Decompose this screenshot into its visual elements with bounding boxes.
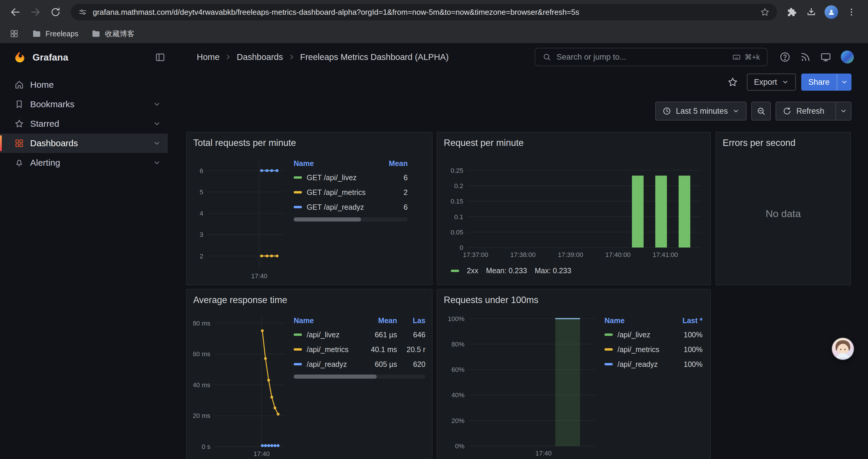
panel-title[interactable]: Requests under 100ms [444,294,704,306]
svg-text:17:40: 17:40 [253,450,270,458]
series-name: /api/_metrics [617,345,659,354]
forward-button[interactable] [26,3,45,22]
reload-button[interactable] [46,3,65,22]
series-label[interactable]: 2xx [467,266,478,275]
panel-title[interactable]: Average response time [193,294,426,306]
legend-row[interactable]: GET /api/_metrics2 [294,185,408,200]
series-color-dash [604,333,613,336]
chevron-down-icon[interactable] [153,139,161,147]
sidebar-header: Grafana [0,43,176,71]
legend-row[interactable]: /api/_metrics100% [604,342,703,357]
home-icon [14,80,24,90]
svg-text:3: 3 [200,231,203,238]
series-max: Max: 0.233 [535,266,571,275]
series-color-dash [294,191,302,193]
chevron-down-icon[interactable] [153,120,161,128]
chevron-down-icon[interactable] [153,100,161,108]
bookmark-label: 收藏博客 [105,29,134,39]
bookmark-icon [14,99,24,109]
panel-title[interactable]: Total requests per minute [193,136,426,150]
total-requests-chart: 6543217:40 [193,153,288,281]
sidebar-item-dashboards[interactable]: Dashboards [0,133,168,153]
bookmarks-bar: Freeleaps 收藏博客 [0,24,868,43]
svg-text:5: 5 [200,189,203,196]
breadcrumb-dashboards[interactable]: Dashboards [237,52,283,62]
brand-name[interactable]: Grafana [32,52,149,63]
legend-scrollbar[interactable] [294,374,426,379]
svg-text:17:40: 17:40 [251,272,267,280]
extensions-button[interactable] [782,3,801,22]
legend-row[interactable]: /api/_metrics40.1 ms20.5 r [294,342,426,357]
monitor-icon[interactable] [820,52,831,63]
sidebar-item-starred[interactable]: Starred [0,114,168,133]
dashboard-actions: Export Share [176,71,868,93]
sidebar-item-alerting[interactable]: Alerting [0,153,168,172]
sidebar: Grafana Home Bookmarks Starred [0,43,176,459]
legend-row[interactable]: /api/_readyz605 µs620 [294,357,426,371]
grafana-logo[interactable] [13,51,27,64]
legend-column-header[interactable]: Name [294,316,364,325]
main-area: Home Dashboards Freeleaps Metrics Dashbo… [176,43,868,459]
legend-row[interactable]: /api/_livez661 µs646 [294,327,426,342]
bookmark-folder-freeleaps[interactable]: Freeleaps [32,29,78,38]
time-controls: Last 5 minutes Refresh [655,102,851,121]
url-bar[interactable]: grafana.mathmast.com/d/deytv4rwavabkb/fr… [71,4,777,21]
sidebar-item-home[interactable]: Home [0,75,168,95]
panel-title[interactable]: Errors per second [723,136,844,150]
dashboard-canvas: Last 5 minutes Refresh [176,93,868,459]
sidebar-item-bookmarks[interactable]: Bookmarks [0,95,168,114]
scrollbar-thumb[interactable] [294,218,361,222]
legend-column-header[interactable]: Mean [364,316,397,325]
series-name: GET /api/_livez [307,173,356,182]
panel-request-per-minute: Request per minute 0.250.20.150.10.05017… [437,132,711,285]
zoom-out-icon [756,106,766,116]
legend-row[interactable]: /api/_readyz100% [604,357,703,371]
rss-icon[interactable] [800,52,811,62]
legend-column-header[interactable]: Name [604,316,667,325]
share-menu-button[interactable] [837,73,851,91]
svg-text:60%: 60% [452,366,464,373]
chevron-down-icon[interactable] [153,159,161,167]
legend-row[interactable]: GET /api/_readyz6 [294,200,408,215]
time-range-picker[interactable]: Last 5 minutes [655,102,747,121]
sidebar-toggle-button[interactable] [155,52,165,63]
legend-column-header[interactable]: Name [294,159,382,168]
refresh-button[interactable]: Refresh [776,102,851,121]
svg-text:0.1: 0.1 [454,213,463,221]
panel-title[interactable]: Request per minute [444,136,704,150]
breadcrumb-home[interactable]: Home [197,52,219,62]
user-avatar[interactable] [841,51,854,64]
legend-scrollbar[interactable] [294,218,408,222]
back-button[interactable] [6,3,25,22]
bookmark-star-icon[interactable] [760,7,770,17]
legend-column-header[interactable]: Las [397,316,426,325]
refresh-main[interactable]: Refresh [776,102,831,120]
apps-grid-icon[interactable] [9,29,19,38]
legend-column-header[interactable]: Last * [667,316,703,325]
export-button[interactable]: Export [747,73,796,91]
series-color-dash [294,176,302,179]
dashboards-icon [14,138,24,148]
refresh-interval-button[interactable] [836,102,851,120]
help-icon[interactable] [779,52,790,63]
search-input[interactable]: Search or jump to... ⌘+k [535,48,768,66]
zoom-out-button[interactable] [751,102,771,121]
share-button[interactable]: Share [801,73,851,91]
browser-menu-button[interactable] [842,3,861,22]
url-text[interactable]: grafana.mathmast.com/d/deytv4rwavabkb/fr… [93,8,754,17]
bookmark-folder-blogs[interactable]: 收藏博客 [91,29,134,39]
svg-text:40%: 40% [452,391,464,399]
assistant-avatar[interactable] [832,338,854,360]
legend-row[interactable]: /api/_livez100% [604,327,703,342]
legend-column-header[interactable]: Mean [382,159,408,168]
svg-text:0.15: 0.15 [451,198,463,205]
series-name: /api/_readyz [307,360,347,369]
folder-icon [32,29,41,38]
site-settings-icon[interactable] [78,7,88,17]
favorite-star-button[interactable] [724,73,742,91]
downloads-button[interactable] [802,3,821,22]
scrollbar-thumb[interactable] [294,374,377,379]
breadcrumb-current: Freeleaps Metrics Dashboard (ALPHA) [300,52,449,62]
legend-row[interactable]: GET /api/_livez6 [294,170,408,185]
browser-profile-button[interactable] [822,3,841,22]
